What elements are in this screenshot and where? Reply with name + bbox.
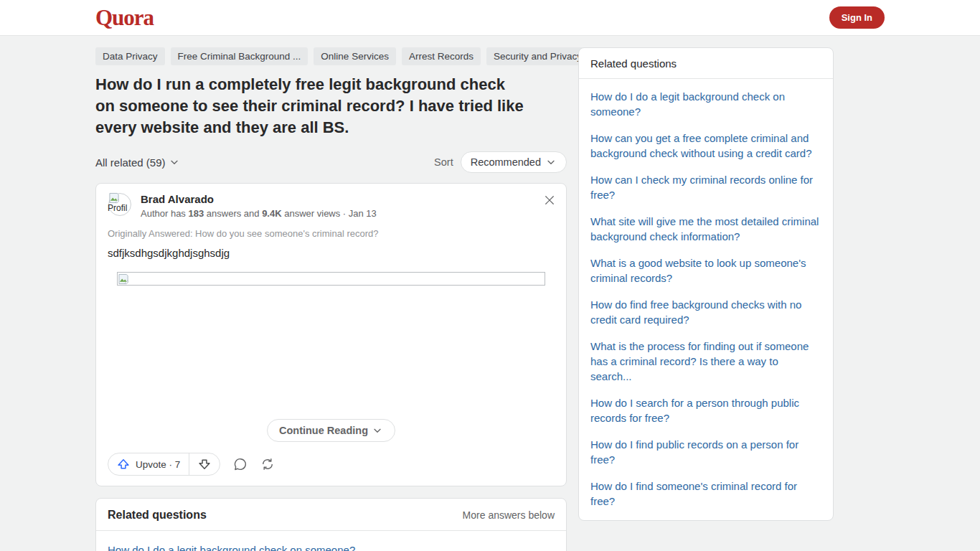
sidebar-question-list: How do I do a legit background check on … <box>579 79 833 520</box>
topic-tags-row: Data Privacy Free Criminal Background ..… <box>95 47 567 65</box>
downvote-icon <box>197 457 212 471</box>
chevron-down-icon <box>169 156 180 168</box>
chevron-down-icon <box>545 156 557 168</box>
top-navigation-bar: Quora Sign In <box>0 0 980 36</box>
related-question-link[interactable]: How can you get a free complete criminal… <box>590 131 821 161</box>
continue-reading-button[interactable]: Continue Reading <box>267 419 395 442</box>
chevron-down-icon <box>372 425 383 436</box>
answer-image-area <box>117 272 545 419</box>
answer-body-text: sdfjksdhgsdjkghdjsghsdjg <box>108 247 555 259</box>
upvote-icon <box>116 457 131 471</box>
continue-reading-row: Continue Reading <box>108 419 555 442</box>
sort-control: Sort Recommended <box>434 151 567 173</box>
avatar[interactable]: Profil <box>108 192 133 218</box>
related-question-link[interactable]: How do I search for a person through pub… <box>590 395 821 425</box>
more-answers-list: How do I do a legit background check on … <box>96 531 566 551</box>
broken-image-icon <box>109 192 120 204</box>
related-questions-card: Related questions How do I do a legit ba… <box>578 47 834 521</box>
comment-icon[interactable] <box>233 457 248 471</box>
avatar-alt-text: Profil <box>108 203 127 213</box>
close-icon[interactable] <box>543 194 556 207</box>
related-question-link[interactable]: How do I find someone's criminal record … <box>590 479 821 509</box>
related-question-link[interactable]: How can I check my criminal records onli… <box>590 172 821 202</box>
all-related-label: All related (59) <box>95 156 166 169</box>
page-content: Data Privacy Free Criminal Background ..… <box>95 47 980 551</box>
continue-reading-label: Continue Reading <box>279 425 368 436</box>
related-questions-title: Related questions <box>108 509 207 522</box>
upvote-button[interactable]: Upvote · 7 <box>108 453 189 475</box>
author-name[interactable]: Brad Alvarado <box>141 193 377 205</box>
originally-answered: Originally Answered: How do you see some… <box>108 228 555 239</box>
downvote-button[interactable] <box>189 453 220 475</box>
main-column: Data Privacy Free Criminal Background ..… <box>95 47 567 551</box>
filter-row: All related (59) Sort Recommended <box>95 151 567 173</box>
answers-count: 183 <box>189 208 204 219</box>
topic-tag[interactable]: Online Services <box>314 47 396 65</box>
answer-action-bar: Upvote · 7 <box>108 453 555 476</box>
related-question-link[interactable]: How do find free background checks with … <box>590 297 821 327</box>
topic-tag[interactable]: Data Privacy <box>95 47 165 65</box>
sidebar-related-questions-title: Related questions <box>579 48 833 78</box>
question-title: How do I run a completely free legit bac… <box>95 74 526 138</box>
quora-logo[interactable]: Quora <box>95 6 154 29</box>
author-block: Brad Alvarado Author has 183 answers and… <box>141 192 377 219</box>
sort-label: Sort <box>434 156 453 168</box>
vote-pill: Upvote · 7 <box>108 453 220 476</box>
views-count: 9.4K <box>262 208 281 219</box>
author-meta: Author has 183 answers and 9.4K answer v… <box>141 208 377 219</box>
related-question-link[interactable]: How do I do a legit background check on … <box>108 542 555 551</box>
sidebar: Related questions How do I do a legit ba… <box>578 47 834 551</box>
all-related-dropdown[interactable]: All related (59) <box>95 156 180 169</box>
upvote-label: Upvote · 7 <box>136 459 180 470</box>
related-question-link[interactable]: What is the process for finding out if s… <box>590 339 821 384</box>
topic-tag[interactable]: Security and Privacy <box>486 47 589 65</box>
more-answers-header: Related questions More answers below <box>96 499 566 530</box>
related-question-link[interactable]: What site will give me the most detailed… <box>590 214 821 244</box>
sort-dropdown[interactable]: Recommended <box>461 151 567 173</box>
sort-value: Recommended <box>471 156 541 168</box>
topic-tag[interactable]: Arrest Records <box>402 47 481 65</box>
broken-answer-image <box>117 272 545 286</box>
answer-card: Profil Brad Alvarado Author has 183 answ… <box>95 183 567 486</box>
repost-icon[interactable] <box>260 457 275 471</box>
more-answers-below-label: More answers below <box>463 509 555 521</box>
answer-header: Profil Brad Alvarado Author has 183 answ… <box>108 192 555 219</box>
related-question-link[interactable]: How do I find public records on a person… <box>590 437 821 467</box>
related-question-link[interactable]: How do I do a legit background check on … <box>590 89 821 119</box>
related-question-link[interactable]: What is a good website to look up someon… <box>590 255 821 286</box>
more-answers-card: Related questions More answers below How… <box>95 498 567 551</box>
topic-tag[interactable]: Free Criminal Background ... <box>171 47 308 65</box>
sign-in-button[interactable]: Sign In <box>829 6 885 29</box>
broken-image-icon <box>118 273 129 285</box>
